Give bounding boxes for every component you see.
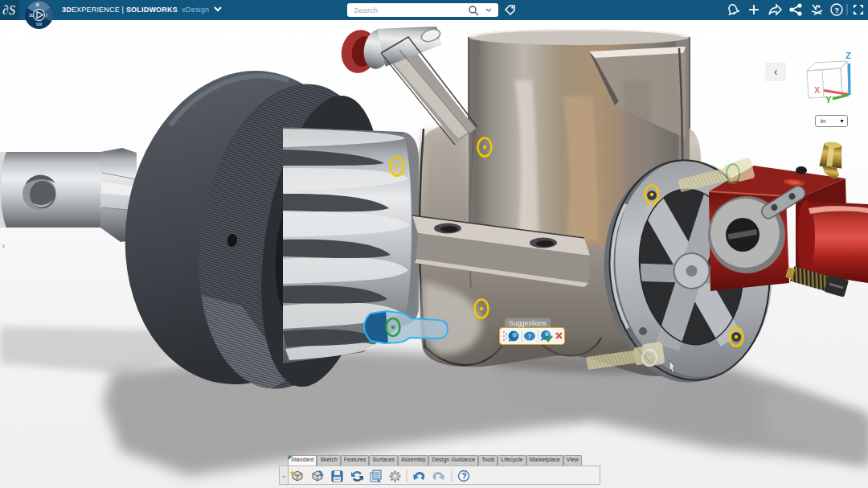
- svg-text:Z: Z: [845, 51, 851, 60]
- svg-text:?: ?: [462, 472, 467, 481]
- svg-text:Y: Y: [825, 95, 832, 105]
- svg-text:›: ›: [2, 240, 5, 252]
- svg-text:i': i': [46, 14, 47, 18]
- svg-text:7: 7: [528, 333, 532, 340]
- svg-text:?: ?: [834, 6, 839, 14]
- svg-text:∂S: ∂S: [2, 3, 15, 17]
- svg-text:X: X: [814, 85, 821, 95]
- svg-text:3D: 3D: [29, 14, 35, 18]
- svg-text:V.R: V.R: [36, 23, 43, 27]
